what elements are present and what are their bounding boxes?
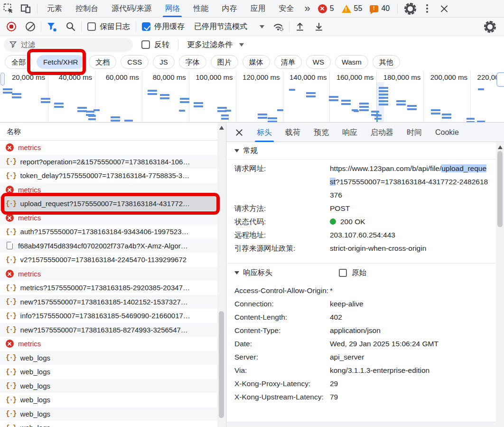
issues-counter[interactable]: 40 [370,4,390,13]
list-item[interactable]: f68ab497f45d8394cf0702002f737a4b?X-Amz-A… [0,239,218,253]
filter-input[interactable]: 过滤 [4,38,133,52]
inspect-cursor-icon [3,3,14,14]
details-tabbar: 标头 载荷 预览 响应 启动器 时间 Cookie [227,123,504,142]
tab-security[interactable]: 安全 [272,0,300,17]
throttling-dropdown[interactable]: 已停用节流模式 [190,22,268,32]
import-har-button[interactable] [291,19,308,34]
type-chip-js[interactable]: JS [153,55,175,69]
search-button[interactable] [62,19,79,34]
list-item[interactable]: {·}metrics?1575550007=1738163185-2920385… [0,281,218,295]
devtools-menu-button[interactable] [419,1,436,16]
timeline-right-handle[interactable] [496,72,504,87]
inspect-element-button[interactable] [0,1,17,16]
type-chip-wasm[interactable]: Wasm [335,55,368,69]
list-item[interactable]: {·}new?1575550007=1738163185-8274993-325… [0,323,218,337]
tab-console[interactable]: 控制台 [69,0,105,17]
devtools-settings-button[interactable] [401,1,419,16]
type-chip-ws[interactable]: WS [306,55,331,69]
list-item[interactable]: {·}info?1575550007=1738163185-5469090-21… [0,309,218,323]
waterfall-marker [381,100,388,102]
header-key: 远程地址: [227,228,330,242]
tab-performance[interactable]: 性能 [187,0,215,17]
type-chip-media[interactable]: 媒体 [243,55,270,69]
list-item[interactable]: metrics [0,211,218,225]
waterfall-marker [341,100,351,105]
name-column-header[interactable]: 名称 [0,123,218,141]
list-item-selected[interactable]: {·}upload_request?1575550007=1738163184-… [0,197,218,211]
more-filters-dropdown[interactable]: 更多过滤条件 [183,40,248,50]
console-warning-counter[interactable]: 55 [342,4,363,13]
waterfall-marker [88,115,96,120]
devtools-close-button[interactable] [436,1,453,16]
type-chip-doc[interactable]: 文档 [89,55,116,69]
raw-checkbox[interactable] [339,269,347,277]
scrollbar-thumb[interactable] [497,151,503,227]
type-chip-manifest[interactable]: 清单 [274,55,302,69]
invert-filter-control[interactable]: 反转 [138,40,173,50]
type-chip-css[interactable]: CSS [121,55,149,69]
list-item[interactable]: metrics [0,141,218,155]
preserve-log-control[interactable]: 保留日志 [84,22,134,32]
list-item[interactable]: {·}web_logs [0,365,218,379]
list-item[interactable]: {·}web_logs [0,351,218,365]
clear-network-log-button[interactable] [22,19,39,34]
list-item[interactable]: metrics [0,337,218,351]
tab-sources[interactable]: 源代码/来源 [105,0,158,17]
details-scrollbar[interactable] [496,142,504,427]
type-chip-font[interactable]: 字体 [179,55,206,69]
disable-cache-checkbox[interactable] [142,22,150,31]
list-item[interactable]: {·}web_logs [0,407,218,421]
tab-payload[interactable]: 载荷 [279,123,307,142]
filter-toggle-button[interactable] [43,19,60,34]
invert-checkbox[interactable] [141,40,150,49]
header-key: X-Kong-Upstream-Latency: [227,390,330,404]
device-toolbar-button[interactable] [17,1,34,16]
type-chip-all[interactable]: 全部 [5,55,32,69]
network-overview-timeline[interactable]: 20,000 ms40,000 ms60,000 ms80,000 ms100,… [0,71,504,123]
tab-initiator[interactable]: 启动器 [364,123,400,142]
network-conditions-button[interactable] [270,19,287,34]
header-row: Access-Control-Allow-Origin: * [227,282,495,297]
record-network-log-button[interactable] [3,19,20,34]
tab-application[interactable]: 应用 [243,0,272,17]
list-item[interactable]: {·}v2?1575550007=1738163184-2245470-1139… [0,253,218,267]
list-item[interactable]: metrics [0,267,218,281]
list-item[interactable]: {·}web_logs [0,421,218,427]
waterfall-marker [431,109,440,114]
scrollbar-thumb[interactable] [219,311,224,418]
more-tabs-icon[interactable]: » [300,3,314,14]
list-item[interactable]: {·}auth?1575550007=1738163184-9343406-19… [0,225,218,239]
type-chip-img[interactable]: 图片 [211,55,238,69]
tab-timing[interactable]: 时间 [400,123,429,142]
list-item[interactable]: {·}report?operation=2&1575550007=1738163… [0,155,218,169]
tab-network[interactable]: 网络 [158,0,187,17]
tab-headers[interactable]: 标头 [250,123,279,142]
scroll-up-icon[interactable] [219,126,224,130]
list-item[interactable]: {·}web_logs [0,393,218,407]
close-details-button[interactable] [235,129,243,136]
type-chip-other[interactable]: 其他 [373,55,400,69]
tab-response[interactable]: 响应 [336,123,364,142]
list-item[interactable]: {·}token_delay?1575550007=1738163184-775… [0,169,218,183]
disable-cache-control[interactable]: 停用缓存 [138,22,188,32]
header-key: 请求网址: [227,162,330,202]
tab-cookies[interactable]: Cookie [429,123,466,142]
list-item[interactable]: {·}web_logs [0,379,218,393]
gear-icon [406,4,415,13]
preserve-log-checkbox[interactable] [87,22,96,31]
network-settings-button[interactable] [481,19,498,34]
general-section-header[interactable]: 常规 [227,142,495,160]
timeline-left-handle[interactable] [0,73,5,85]
tab-preview[interactable]: 预览 [307,123,336,142]
export-har-button[interactable] [310,19,327,34]
tab-memory[interactable]: 内存 [215,0,243,17]
response-headers-section-header[interactable]: 响应标头 原始 [227,263,495,282]
console-error-counter[interactable]: 5 [318,4,334,13]
raw-toggle[interactable]: 原始 [339,268,366,278]
list-item[interactable]: {·}new?1575550007=1738163185-1402152-153… [0,295,218,309]
tab-elements[interactable]: 元素 [40,0,69,17]
request-list-scrollbar[interactable] [217,123,225,427]
type-chip-fetch-xhr[interactable]: Fetch/XHR [37,55,84,69]
list-item[interactable]: metrics [0,183,218,197]
scroll-up-icon[interactable] [498,145,503,149]
